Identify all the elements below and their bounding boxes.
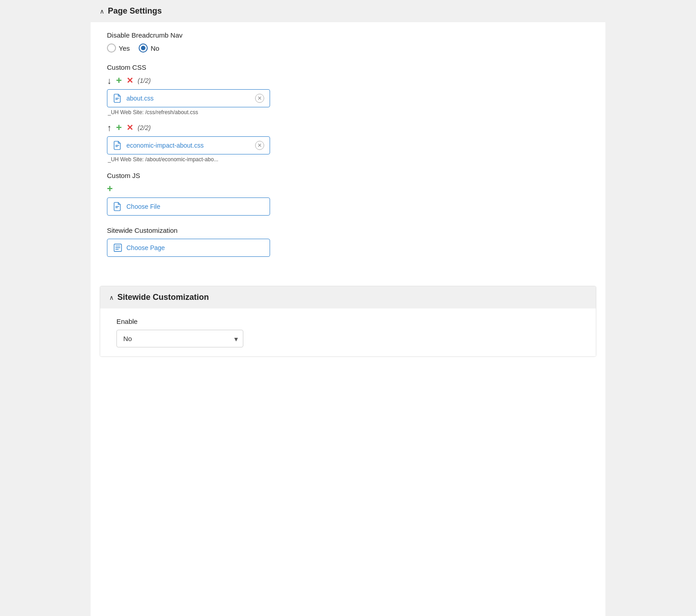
breadcrumb-nav-no-radio[interactable] [139, 43, 148, 53]
sitewide-customization-label: Sitewide Customization [107, 226, 589, 234]
css-item-1-add-btn[interactable]: + [116, 76, 122, 86]
css-item-1-path: _UH Web Site: /css/refresh/about.css [108, 109, 589, 116]
css-item-1-remove-btn[interactable]: ✕ [126, 77, 133, 85]
custom-js-add-btn[interactable]: + [107, 184, 113, 194]
breadcrumb-nav-label: Disable Breadcrumb Nav [107, 31, 589, 39]
css-item-2-remove-btn[interactable]: ✕ [126, 124, 133, 132]
svg-rect-5 [116, 206, 119, 207]
css-item-2-controls: ↑ + ✕ (2/2) [107, 123, 589, 133]
sitewide-customization-field: Sitewide Customization Choose Page [107, 226, 589, 257]
css-item-2-clear-btn[interactable]: ✕ [255, 141, 264, 150]
css-item-2: ↑ + ✕ (2/2) economic-impact-about.css ✕ … [107, 123, 589, 163]
custom-css-label: Custom CSS [107, 63, 589, 71]
css-item-1-file-icon [113, 93, 123, 103]
svg-rect-8 [116, 245, 121, 246]
css-item-1-filename: about.css [126, 95, 251, 102]
choose-file-icon [113, 202, 123, 212]
choose-page-icon [113, 243, 123, 253]
custom-js-label: Custom JS [107, 172, 589, 179]
css-item-1-down-btn[interactable]: ↓ [107, 76, 111, 85]
page-settings-chevron-icon: ∧ [100, 8, 104, 15]
sitewide-cust-title: Sitewide Customization [117, 293, 209, 302]
sitewide-cust-header: ∧ Sitewide Customization [100, 286, 596, 308]
enable-select-wrapper: No Yes ▾ [116, 330, 243, 347]
svg-rect-3 [116, 145, 119, 145]
css-item-2-up-btn[interactable]: ↑ [107, 123, 111, 132]
css-item-1-count: (1/2) [138, 77, 151, 84]
svg-rect-6 [116, 207, 118, 208]
svg-rect-1 [116, 98, 119, 98]
enable-select[interactable]: No Yes [116, 330, 243, 347]
page-settings-header: ∧ Page Settings [91, 0, 605, 22]
enable-label: Enable [116, 318, 580, 325]
css-item-1-controls: ↓ + ✕ (1/2) [107, 76, 589, 86]
svg-rect-4 [116, 146, 118, 147]
breadcrumb-nav-no-option[interactable]: No [139, 43, 159, 53]
css-item-2-filename: economic-impact-about.css [126, 142, 251, 149]
custom-css-section: Custom CSS ↓ + ✕ (1/2) [107, 63, 589, 163]
breadcrumb-nav-yes-radio[interactable] [107, 43, 116, 53]
css-item-2-file-box[interactable]: economic-impact-about.css ✕ [107, 136, 270, 154]
svg-rect-10 [116, 249, 119, 250]
svg-rect-2 [116, 99, 118, 100]
breadcrumb-nav-radio-group: Yes No [107, 43, 589, 53]
page-settings-title: Page Settings [108, 6, 162, 16]
page-wrapper: ∧ Page Settings Disable Breadcrumb Nav Y… [91, 0, 605, 616]
breadcrumb-nav-yes-label: Yes [119, 44, 130, 52]
css-item-1: ↓ + ✕ (1/2) about.css ✕ _UH [107, 76, 589, 116]
choose-file-box[interactable]: Choose File [107, 197, 270, 216]
breadcrumb-nav-yes-option[interactable]: Yes [107, 43, 130, 53]
page-settings-body: Disable Breadcrumb Nav Yes No Custom CSS… [91, 22, 605, 277]
css-item-2-add-btn[interactable]: + [116, 123, 122, 133]
css-item-2-count: (2/2) [138, 124, 151, 131]
css-item-1-file-box[interactable]: about.css ✕ [107, 89, 270, 107]
sitewide-customization-block: ∧ Sitewide Customization Enable No Yes ▾ [100, 286, 596, 357]
custom-js-section: Custom JS + Choose File [107, 172, 589, 216]
css-item-2-file-icon [113, 140, 123, 150]
sitewide-cust-chevron-icon: ∧ [109, 294, 114, 301]
choose-page-box[interactable]: Choose Page [107, 239, 270, 257]
choose-page-label-text: Choose Page [126, 244, 165, 251]
sitewide-cust-body: Enable No Yes ▾ [100, 308, 596, 356]
css-item-2-path: _UH Web Site: /about/economic-impact-abo… [108, 156, 589, 163]
choose-file-label: Choose File [126, 203, 264, 210]
css-item-1-clear-btn[interactable]: ✕ [255, 94, 264, 103]
custom-js-controls: + [107, 184, 589, 194]
svg-rect-9 [116, 247, 121, 248]
breadcrumb-nav-no-label: No [150, 44, 159, 52]
